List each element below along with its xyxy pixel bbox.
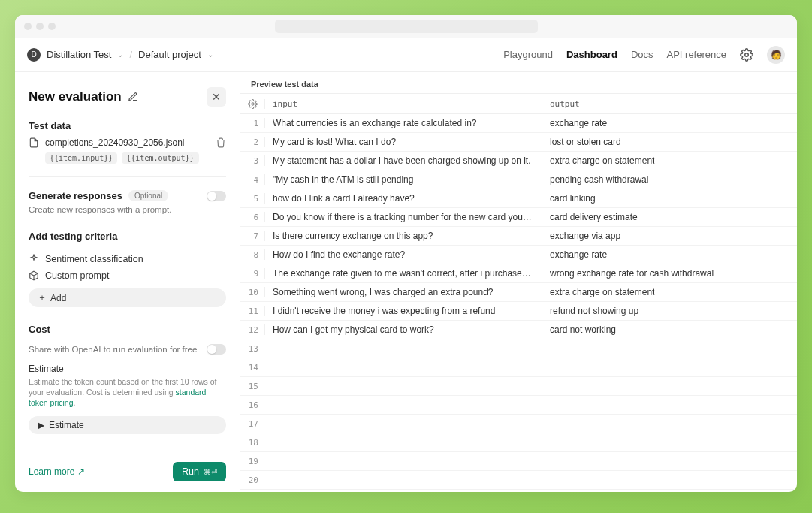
table-row[interactable]: 2My card is lost! What can I do?lost or … bbox=[240, 133, 797, 152]
file-icon bbox=[29, 137, 39, 148]
row-number: 18 bbox=[240, 438, 264, 448]
side-panel: New evaluation ✕ Test data completions_2… bbox=[15, 72, 240, 492]
estimate-button[interactable]: ▶ Estimate bbox=[29, 416, 226, 434]
cell-output: exchange rate bbox=[542, 118, 797, 128]
cell-output: card not working bbox=[542, 324, 797, 335]
app-window: D Distillation Test ⌄ / Default project … bbox=[15, 15, 797, 492]
project-name[interactable]: Default project bbox=[138, 49, 201, 60]
criteria-title: Add testing criteria bbox=[29, 231, 226, 242]
body: New evaluation ✕ Test data completions_2… bbox=[15, 72, 797, 492]
share-toggle[interactable] bbox=[207, 344, 226, 355]
row-number: 4 bbox=[240, 175, 264, 185]
table-row[interactable]: 6Do you know if there is a tracking numb… bbox=[240, 208, 797, 227]
table-row[interactable]: 17 bbox=[240, 415, 797, 433]
row-number: 11 bbox=[240, 306, 264, 316]
run-shortcut: ⌘⏎ bbox=[204, 468, 217, 476]
share-text: Share with OpenAI to run evaluation for … bbox=[29, 345, 207, 354]
row-number: 15 bbox=[240, 382, 264, 391]
table-row[interactable]: 12How can I get my physical card to work… bbox=[240, 321, 797, 339]
table-row[interactable]: 16 bbox=[240, 396, 797, 415]
nav-api-reference[interactable]: API reference bbox=[667, 49, 727, 60]
row-number: 7 bbox=[240, 231, 264, 241]
table-row[interactable]: 20 bbox=[240, 471, 797, 490]
optional-pill: Optional bbox=[128, 190, 168, 201]
traffic-light-close[interactable] bbox=[24, 23, 32, 30]
nav-playground[interactable]: Playground bbox=[503, 49, 553, 60]
criteria-label: Custom prompt bbox=[45, 270, 109, 281]
row-number: 20 bbox=[240, 475, 264, 485]
estimate-title: Estimate bbox=[29, 364, 226, 374]
cell-output: exchange via app bbox=[542, 231, 797, 241]
cell-output: lost or stolen card bbox=[542, 137, 797, 147]
cell-input: My statement has a dollar I have been ch… bbox=[264, 155, 542, 166]
chip-input: {{item.input}} bbox=[45, 152, 117, 164]
chip-output: {{item.output}} bbox=[122, 152, 198, 164]
table-row[interactable]: 1What currencies is an exchange rate cal… bbox=[240, 114, 797, 133]
cube-icon bbox=[29, 270, 39, 281]
svg-point-1 bbox=[251, 102, 253, 104]
table-row[interactable]: 15 bbox=[240, 377, 797, 396]
cell-input: How do I find the exchange rate? bbox=[264, 249, 542, 260]
cell-input: My card is lost! What can I do? bbox=[264, 137, 542, 147]
table-row[interactable]: 18 bbox=[240, 433, 797, 452]
cell-output: pending cash withdrawal bbox=[542, 174, 797, 185]
criteria-sentiment[interactable]: Sentiment classification bbox=[29, 254, 226, 264]
org-switcher-icon[interactable]: ⌄ bbox=[117, 50, 123, 59]
preview-header: Preview test data bbox=[240, 72, 797, 93]
table-body: 1What currencies is an exchange rate cal… bbox=[240, 114, 797, 492]
criteria-custom-prompt[interactable]: Custom prompt bbox=[29, 270, 226, 281]
col-header-input: input bbox=[264, 99, 542, 109]
table-row[interactable]: 14 bbox=[240, 358, 797, 377]
row-number: 14 bbox=[240, 363, 264, 373]
generate-title: Generate responses bbox=[29, 190, 122, 201]
table-row[interactable]: 11I didn't receive the money i was expec… bbox=[240, 302, 797, 321]
traffic-light-minimize[interactable] bbox=[36, 23, 44, 30]
table-row[interactable]: 13 bbox=[240, 339, 797, 358]
table-row[interactable]: 3My statement has a dollar I have been c… bbox=[240, 152, 797, 170]
file-name[interactable]: completions_20240930_2056.jsonl bbox=[45, 137, 210, 148]
table-row[interactable]: 5how do I link a card I already have?car… bbox=[240, 189, 797, 208]
table-row[interactable]: 8How do I find the exchange rate?exchang… bbox=[240, 246, 797, 264]
org-avatar[interactable]: D bbox=[27, 48, 41, 62]
org-name[interactable]: Distillation Test bbox=[47, 49, 111, 60]
cell-input: How can I get my physical card to work? bbox=[264, 324, 542, 335]
breadcrumb-separator: / bbox=[129, 49, 132, 60]
table-row[interactable]: 19 bbox=[240, 452, 797, 471]
nav-dashboard[interactable]: Dashboard bbox=[566, 49, 617, 60]
table-gear-icon[interactable] bbox=[248, 99, 258, 109]
nav-docs[interactable]: Docs bbox=[631, 49, 654, 60]
trash-icon[interactable] bbox=[216, 137, 226, 148]
row-number: 2 bbox=[240, 137, 264, 147]
table-row[interactable]: 9The exchange rate given to me wasn't co… bbox=[240, 264, 797, 283]
user-avatar[interactable]: 🧑 bbox=[767, 46, 785, 64]
generate-toggle[interactable] bbox=[207, 191, 226, 201]
cell-input: Is there currency exchange on this app? bbox=[264, 231, 542, 241]
col-header-output: output bbox=[542, 99, 797, 109]
run-button[interactable]: Run ⌘⏎ bbox=[173, 462, 226, 481]
cell-output: extra charge on statement bbox=[542, 287, 797, 297]
url-bar[interactable] bbox=[275, 20, 538, 33]
add-criteria-button[interactable]: ＋ Add bbox=[29, 288, 226, 307]
cell-output: exchange rate bbox=[542, 249, 797, 260]
close-button[interactable]: ✕ bbox=[207, 87, 226, 107]
project-switcher-icon[interactable]: ⌄ bbox=[207, 50, 213, 59]
svg-point-0 bbox=[745, 53, 749, 56]
cell-output: card linking bbox=[542, 193, 797, 204]
table-row[interactable]: 4"My cash in the ATM is still pendingpen… bbox=[240, 170, 797, 189]
traffic-light-zoom[interactable] bbox=[48, 23, 56, 30]
play-icon: ▶ bbox=[38, 420, 44, 430]
edit-title-icon[interactable] bbox=[128, 92, 138, 102]
cell-output: refund not showing up bbox=[542, 306, 797, 316]
table-row[interactable]: 7Is there currency exchange on this app?… bbox=[240, 227, 797, 246]
breadcrumb: D Distillation Test ⌄ / Default project … bbox=[27, 48, 213, 62]
plus-icon: ＋ bbox=[38, 291, 47, 304]
estimate-text: Estimate the token count based on the fi… bbox=[29, 376, 226, 409]
gear-icon[interactable] bbox=[740, 48, 753, 62]
nav-right: Playground Dashboard Docs API reference … bbox=[503, 46, 785, 64]
cell-input: What currencies is an exchange rate calc… bbox=[264, 118, 542, 128]
cell-input: how do I link a card I already have? bbox=[264, 193, 542, 204]
learn-more-link[interactable]: Learn more ↗ bbox=[29, 466, 85, 477]
row-number: 6 bbox=[240, 213, 264, 222]
row-number: 8 bbox=[240, 250, 264, 260]
table-row[interactable]: 10Something went wrong, I was charged an… bbox=[240, 283, 797, 302]
